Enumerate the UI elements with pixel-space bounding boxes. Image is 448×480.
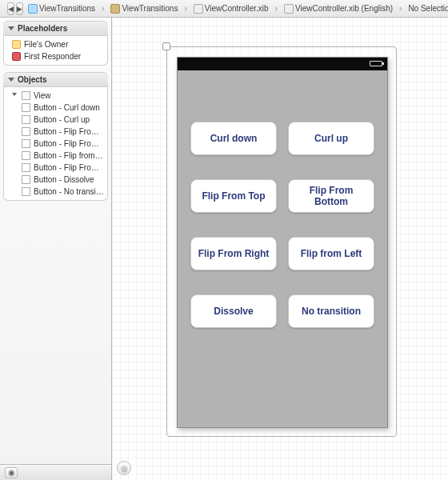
button-label: Flip From Top: [202, 190, 265, 202]
nav-back-button[interactable]: ◀: [7, 2, 14, 15]
filter-button[interactable]: ◉: [5, 467, 18, 478]
button-label: Dissolve: [214, 306, 253, 317]
button-icon: [22, 139, 30, 148]
outline-button-label: Button - Curl down: [34, 103, 100, 112]
crumb-xib[interactable]: ViewController.xib: [190, 4, 273, 14]
crumb-separator: [99, 4, 106, 13]
outline-button-item[interactable]: Button - Flip From Right: [4, 162, 107, 174]
button-icon: [22, 103, 30, 112]
button-icon: [22, 115, 30, 124]
outline-button-label: Button - Flip From Bo...: [34, 139, 104, 148]
outline-button-label: Button - Curl up: [34, 115, 90, 124]
crumb-separator: [182, 4, 189, 13]
button-label: Curl up: [314, 133, 348, 144]
objects-section-header[interactable]: Objects: [3, 72, 108, 87]
root-view[interactable]: Curl down Curl up Flip From Top Flip Fro…: [177, 57, 388, 428]
disclosure-triangle-icon: [8, 78, 14, 82]
button-label: Flip from Left: [301, 248, 362, 259]
toggle-dock-button[interactable]: ◎: [117, 461, 131, 475]
related-items-icon[interactable]: [2, 4, 4, 14]
button-label: No transition: [302, 306, 361, 317]
outline-button-label: Button - Flip From Top: [34, 127, 104, 136]
outline-button-item[interactable]: Button - Curl up: [4, 114, 107, 126]
first-responder-icon: [12, 52, 21, 61]
flip-from-right-button[interactable]: Flip From Right: [190, 237, 277, 270]
crumb-separator: [273, 4, 280, 13]
crumb-project[interactable]: ViewTransitions: [24, 4, 99, 14]
nav-forward-button[interactable]: ▶: [16, 2, 23, 15]
first-responder-item[interactable]: First Responder: [4, 50, 107, 62]
crumb-folder-label: ViewTransitions: [122, 4, 178, 13]
outline-button-item[interactable]: Button - Flip From Bo...: [4, 138, 107, 150]
button-icon: [22, 151, 30, 160]
button-grid: Curl down Curl up Flip From Top Flip Fro…: [178, 70, 387, 328]
objects-title: Objects: [18, 75, 47, 84]
crumb-localization-label: ViewController.xib (English): [295, 4, 393, 13]
battery-icon: [370, 61, 382, 66]
outline-button-label: Button - Flip From Right: [34, 163, 104, 172]
crumb-selection-label: No Selection: [408, 4, 448, 13]
crumb-separator: [397, 4, 404, 13]
scene-container[interactable]: Curl down Curl up Flip From Top Flip Fro…: [166, 46, 397, 437]
main-split: Placeholders File's Owner First Responde…: [0, 18, 448, 480]
objects-section-body: View Button - Curl down Button - Curl up…: [3, 87, 108, 201]
files-owner-label: File's Owner: [24, 40, 68, 49]
outline-button-item[interactable]: Button - Dissolve: [4, 174, 107, 186]
document-outline: Placeholders File's Owner First Responde…: [0, 18, 112, 480]
crumb-selection[interactable]: No Selection: [404, 4, 448, 13]
outline-button-item[interactable]: Button - Flip from Left: [4, 150, 107, 162]
outline-filter-bar: ◉: [0, 464, 111, 480]
crumb-xib-label: ViewController.xib: [205, 4, 269, 13]
crumb-project-label: ViewTransitions: [39, 4, 95, 13]
resize-handle[interactable]: [162, 42, 170, 50]
outline-button-item[interactable]: Button - No transition: [4, 186, 107, 198]
view-label: View: [34, 91, 51, 100]
placeholders-title: Placeholders: [18, 24, 67, 33]
first-responder-label: First Responder: [24, 52, 81, 61]
no-transition-button[interactable]: No transition: [288, 294, 374, 328]
outline-button-item[interactable]: Button - Flip From Top: [4, 126, 107, 138]
flip-from-left-button[interactable]: Flip from Left: [288, 237, 374, 270]
dissolve-button[interactable]: Dissolve: [190, 294, 277, 328]
breadcrumb-bar: ◀ ▶ ViewTransitions ViewTransitions View…: [0, 0, 448, 18]
xib-file-icon: [284, 4, 294, 14]
curl-up-button[interactable]: Curl up: [288, 122, 374, 155]
button-label: Flip From Right: [198, 248, 270, 259]
files-owner-icon: [12, 40, 21, 49]
button-label: Curl down: [210, 133, 258, 144]
curl-down-button[interactable]: Curl down: [190, 122, 277, 155]
button-label: Flip From Bottom: [292, 185, 370, 207]
files-owner-item[interactable]: File's Owner: [4, 38, 107, 50]
folder-icon: [110, 4, 120, 14]
placeholders-section-body: File's Owner First Responder: [3, 36, 108, 66]
outline-button-label: Button - Flip from Left: [34, 151, 104, 160]
placeholders-section-header[interactable]: Placeholders: [3, 21, 108, 36]
disclosure-triangle-icon[interactable]: [12, 93, 17, 98]
disclosure-triangle-icon: [8, 26, 14, 30]
xcode-project-icon: [28, 4, 38, 14]
button-icon: [22, 175, 30, 184]
crumb-localization[interactable]: ViewController.xib (English): [280, 4, 397, 14]
button-icon: [22, 127, 30, 136]
button-icon: [22, 163, 30, 172]
ib-canvas[interactable]: Curl down Curl up Flip From Top Flip Fro…: [112, 18, 448, 480]
flip-from-top-button[interactable]: Flip From Top: [190, 179, 277, 213]
crumb-folder[interactable]: ViewTransitions: [106, 4, 182, 14]
outline-button-item[interactable]: Button - Curl down: [4, 102, 107, 114]
xib-file-icon: [194, 4, 203, 14]
view-icon: [22, 91, 30, 100]
outline-button-label: Button - Dissolve: [34, 175, 94, 184]
status-bar: [178, 58, 387, 70]
flip-from-bottom-button[interactable]: Flip From Bottom: [288, 179, 374, 213]
outline-button-label: Button - No transition: [34, 187, 104, 196]
view-item[interactable]: View: [4, 90, 107, 102]
button-icon: [22, 187, 30, 196]
